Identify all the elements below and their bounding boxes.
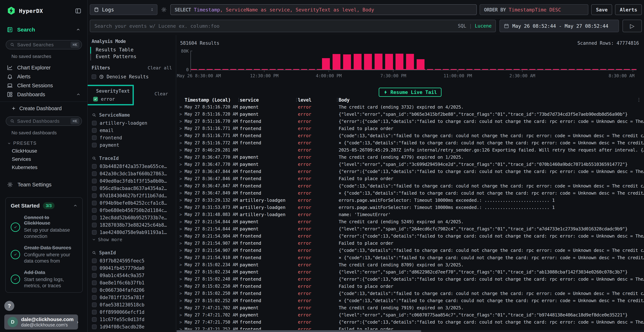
filter-checkbox-0ff8990066efcf1d[interactable] (92, 310, 96, 314)
filter-checkbox-email[interactable] (92, 128, 96, 133)
filter-value-row[interactable]: 0ae8e1f6c6b37fb1 (88, 279, 176, 286)
filter-checkbox-payment[interactable] (92, 143, 96, 148)
filter-value-row[interactable]: 11c67fe55c0d13fd (88, 316, 176, 323)
filter-checkbox-042a30c3dc1baf660b27863…[interactable] (92, 171, 96, 176)
histogram-bar[interactable] (385, 54, 393, 70)
presets-header[interactable]: PRESETS (7, 140, 87, 146)
expand-row-icon[interactable]: > (176, 234, 184, 238)
histogram-bar[interactable] (396, 54, 404, 70)
expand-row-icon[interactable]: > (176, 227, 184, 231)
analysis-tab-results-table[interactable]: Results Table (90, 47, 176, 54)
chevron-up-icon[interactable] (73, 204, 78, 208)
filter-value-row[interactable]: 0f94b9befe0b4252ccfa1c8… (88, 199, 176, 206)
table-row[interactable]: >May 27 8:15:02.250 AMfrontenderror{"cod… (176, 290, 644, 297)
expand-row-icon[interactable]: > (176, 184, 184, 188)
table-row[interactable]: >May 27 8:51:16.720 AMpaymenterrorThe cr… (176, 104, 644, 110)
preset-item-services[interactable]: Services (0, 155, 87, 163)
filter-value-row[interactable]: 0de781ff325a781f (88, 294, 176, 301)
expand-row-icon[interactable]: > (176, 198, 184, 202)
filter-checkbox-09041fb457779da0[interactable] (92, 266, 96, 270)
expand-row-icon[interactable]: > (176, 119, 184, 124)
sidebar-item-chart-explorer[interactable]: Chart Explorer (0, 63, 87, 72)
filter-value-row[interactable]: 1ae42480d758e9ab91193a1… (88, 228, 176, 236)
expand-row-icon[interactable]: > (176, 112, 184, 116)
source-select[interactable]: Logs (90, 4, 158, 15)
filter-value-row[interactable]: 056cd9acbaac8637a4354a2… (88, 184, 176, 192)
table-row[interactable]: >May 27 8:51:16.770 AMfrontenderror{"err… (176, 118, 644, 125)
table-row[interactable]: >May 27 8:33:29.132 AMartillery-loadgene… (176, 196, 644, 204)
table-row[interactable]: >May 27 7:47:21.752 AMfrontenderrorFaile… (176, 326, 644, 330)
expand-row-icon[interactable]: > (176, 320, 184, 324)
expand-row-icon[interactable]: > (176, 191, 184, 195)
expand-row-icon[interactable]: > (176, 205, 184, 210)
expand-row-icon[interactable]: > (176, 291, 184, 296)
resume-live-tail-button[interactable]: Resume Live Tail (379, 88, 441, 97)
histogram-bar[interactable] (322, 58, 330, 70)
help-button[interactable]: ? (4, 301, 14, 311)
filter-value-row[interactable]: 0ff8990066efcf1d (88, 308, 176, 316)
table-row[interactable]: >May 27 8:15:02.248 AMfrontenderror{"err… (176, 276, 644, 283)
select-query-input[interactable]: SELECTTimestamp, ServiceName as service,… (170, 4, 477, 15)
table-row[interactable]: >May 27 8:36:47.849 AMfrontenderror× {"c… (176, 190, 644, 196)
expand-row-icon[interactable]: > (176, 298, 184, 303)
alerts-button[interactable]: Alerts (615, 4, 642, 15)
filter-value-row[interactable]: 049ed0ac3fdb1f3f15a0b0b… (88, 177, 176, 184)
expand-row-icon[interactable]: > (176, 212, 184, 217)
column-header-timestamp-local[interactable]: Timestamp (Local) (184, 97, 240, 103)
column-drag-handle-icon[interactable]: ⋮ (335, 97, 340, 102)
table-row[interactable]: >May 27 8:51:16.772 AMfrontenderror× {"c… (176, 139, 644, 146)
sidebar-item-team-settings[interactable]: Team Settings (0, 180, 87, 190)
expand-row-icon[interactable]: > (176, 140, 184, 145)
histogram-bar[interactable] (354, 54, 362, 70)
table-row[interactable]: >May 27 7:47:21.702 AMpaymenterror{"leve… (176, 312, 644, 318)
table-row[interactable]: >May 27 8:21:54.910 AMfrontenderror× {"c… (176, 254, 644, 261)
clear-all-filters-link[interactable]: Clear all (148, 65, 172, 70)
expand-row-icon[interactable]: > (176, 248, 184, 253)
filter-checkbox-0fbe680eb456750b2d1184c…[interactable] (92, 208, 96, 213)
filter-checkbox-0fae5381230518cb[interactable] (92, 302, 96, 307)
table-row[interactable]: >May 27 8:36:47.847 AMfrontenderror{"cod… (176, 182, 644, 190)
expand-row-icon[interactable]: > (176, 105, 184, 109)
horizontal-scrollbar[interactable] (176, 330, 644, 332)
filter-value-row[interactable]: 07d184304627bf2f11b67dd… (88, 192, 176, 199)
time-range-picker[interactable]: May 26 08:52:44 - May 27 08:52:44 (500, 20, 619, 32)
filter-value-row[interactable]: frontend (88, 134, 176, 141)
filter-checkbox-error[interactable] (93, 97, 98, 102)
sidebar-item-alerts[interactable]: Alerts (0, 72, 87, 81)
table-row[interactable]: >May 27 8:21:54.907 AMfrontenderrorFaile… (176, 240, 644, 247)
table-row[interactable]: >May 27 8:21:54.844 AMpaymenterrorThe cr… (176, 218, 644, 226)
chevron-up-icon[interactable] (76, 92, 80, 96)
table-row[interactable]: >May 27 8:31:53.073 AMartillery-loadgene… (176, 204, 644, 211)
clear-facet-link[interactable]: Clear (154, 91, 168, 96)
expand-row-icon[interactable]: > (176, 155, 184, 160)
filter-checkbox-0f94b9befe0b4252ccfa1c8…[interactable] (92, 201, 96, 205)
column-drag-handle-icon[interactable]: ⋮ (294, 97, 299, 102)
expand-row-icon[interactable]: > (176, 277, 184, 282)
filter-checkbox-0c0667304fafd206[interactable] (92, 288, 96, 292)
expand-row-icon[interactable]: > (176, 270, 184, 274)
filter-checkbox-frontend[interactable] (92, 136, 96, 140)
column-header-body[interactable]: Body (339, 97, 644, 103)
filter-checkbox-07d184304627bf2f11b67dd…[interactable] (92, 193, 96, 198)
filter-checkbox-1d94f08c5acdb28e[interactable] (92, 324, 96, 329)
table-row[interactable]: >May 27 8:15:02.252 AMfrontenderror× {"c… (176, 297, 644, 304)
table-row[interactable]: >May 27 8:21:54.904 AMfrontenderror{"err… (176, 232, 644, 240)
expand-row-icon[interactable]: > (176, 306, 184, 310)
table-row[interactable]: >May 27 8:15:02.234 AMpaymenterrorThe cr… (176, 261, 644, 268)
table-row[interactable]: >May 27 8:15:02.250 AMfrontenderrorFaile… (176, 283, 644, 290)
table-row[interactable]: >May 27 8:51:16.720 AMpaymenterror{"leve… (176, 110, 644, 118)
filter-value-row[interactable]: 09041fb457779da0 (88, 264, 176, 272)
filter-value-row[interactable]: artillery-loadgen (88, 119, 176, 127)
saved-searches-input[interactable]: Saved Searches ⌘K (6, 40, 82, 49)
filter-checkbox-09ab1c4544c9a357[interactable] (92, 273, 96, 278)
table-row[interactable]: >May 27 8:46:29.281 AMerror2025-05-26T09… (176, 146, 644, 154)
create-dashboard-button[interactable]: Create Dashboard (0, 104, 87, 113)
order-by-input[interactable]: ORDER BYTimestampTime DESC (480, 4, 588, 15)
table-row[interactable]: >May 27 8:36:47.844 AMfrontenderror{"err… (176, 168, 644, 175)
collapse-sidebar-icon[interactable] (75, 8, 82, 14)
filter-value-row[interactable]: error (89, 95, 132, 103)
histogram-bar[interactable] (417, 59, 424, 70)
expand-row-icon[interactable]: > (176, 162, 184, 167)
table-row[interactable]: >May 27 8:51:16.771 AMfrontenderror{"cod… (176, 132, 644, 139)
table-options-kebab-icon[interactable]: ⋮ (637, 97, 641, 102)
